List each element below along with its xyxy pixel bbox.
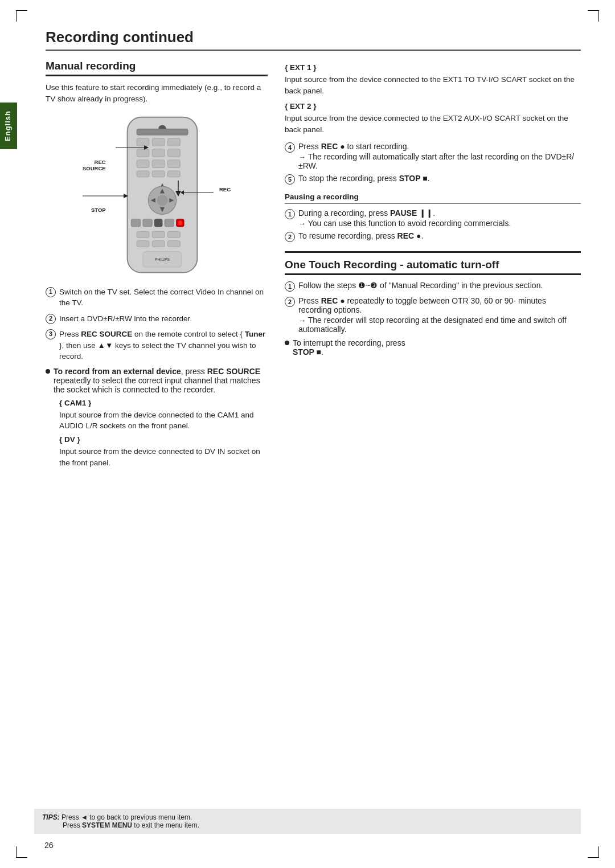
page-number: 26 [44,841,54,850]
rec-source-arrow [116,142,150,153]
svg-rect-32 [168,240,181,247]
step-2: 2 Insert a DVD±R/±RW into the recorder. [46,313,268,325]
col-right: { EXT 1 } Input source from the device c… [285,60,581,472]
steps-list-left: 1 Switch on the TV set. Select the corre… [46,286,268,362]
rec-source-label: RECSOURCE [83,159,106,171]
otr-bullet-dot [285,341,289,345]
svg-rect-8 [137,159,149,167]
pause-step-2-text: To resume recording, press REC ●. [298,231,423,240]
otr-step-2-content: Press REC ● repeatedly to toggle between… [298,296,581,334]
corner-br [588,846,599,858]
otr-step-2-text: Press REC ● repeatedly to toggle between… [298,296,546,314]
otr-step-num-1: 1 [285,281,295,292]
pause-step-1: 1 During a recording, press PAUSE ❙❙. Yo… [285,208,581,228]
svg-rect-12 [152,170,165,177]
cam1-title: { CAM1 } [59,399,268,407]
svg-rect-9 [152,159,165,167]
rec-arrow [181,189,215,197]
ext2-block: { EXT 2 } Input source from the device c… [285,102,581,135]
external-device-item: To record from an external device, press… [46,367,268,394]
dv-title: { DV } [59,435,268,444]
svg-rect-10 [168,159,181,167]
svg-rect-4 [168,138,181,146]
svg-rect-28 [152,231,165,238]
pause-step-num-2: 2 [285,232,295,242]
otr-step-1: 1 Follow the steps ❶~❸ of "Manual Record… [285,281,581,292]
step-1: 1 Switch on the TV set. Select the corre… [46,286,268,309]
svg-rect-6 [152,149,165,157]
intro-text: Use this feature to start recording imme… [46,82,268,105]
svg-rect-24 [165,219,174,227]
manual-recording-title: Manual recording [46,60,268,72]
step-num-4: 4 [285,142,295,153]
corner-tr [588,10,599,22]
ext1-block: { EXT 1 } Input source from the device c… [285,63,581,96]
svg-rect-22 [143,219,152,227]
page-wrapper: English Recording continued Manual recor… [0,0,615,868]
svg-rect-27 [137,231,149,238]
otr-rule [285,273,581,275]
dv-block: { DV } Input source from the device conn… [59,435,268,468]
step-num-2: 2 [46,314,56,324]
step-4-content: Press REC ● to start recording. The reco… [298,142,581,170]
svg-rect-13 [168,170,181,177]
otr-title: One Touch Recording - automatic turn-off [285,259,581,271]
pausing-rule [285,203,581,204]
otr-bullet-text: To interrupt the recording, pressSTOP ■. [293,338,405,357]
tips-bar: TIPS: Press ◄ to go back to previous men… [34,809,581,834]
tips-label: TIPS: [42,813,60,821]
step-text-2: Insert a DVD±R/±RW into the recorder. [59,313,268,325]
otr-step-2: 2 Press REC ● repeatedly to toggle betwe… [285,296,581,334]
remote-container: RECSOURCE STOP [46,113,268,279]
step-text-1: Switch on the TV set. Select the correct… [59,286,268,309]
svg-rect-23 [154,219,162,227]
svg-point-16 [157,195,167,206]
step-num-5: 5 [285,174,295,185]
step-4-text: Press REC ● to start recording. [298,142,409,151]
svg-rect-29 [168,231,181,238]
dv-text: Input source from the device connected t… [59,446,268,468]
tips-line1: Press ◄ to go back to previous menu item… [62,813,192,821]
svg-rect-3 [152,138,165,146]
step-5-item: 5 To stop the recording, press STOP ■. [285,174,581,185]
otr-separator [285,251,581,253]
ext2-text: Input source from the device connected t… [285,113,581,135]
page-title: Recording continued [46,28,581,46]
svg-text:PHILIPS: PHILIPS [155,257,170,261]
col-left: Manual recording Use this feature to sta… [46,60,268,472]
step-text-3: Press REC SOURCE on the remote control t… [59,329,268,362]
svg-rect-21 [131,219,140,227]
pause-step-1-arrow: You can use this function to avoid recor… [298,219,511,228]
svg-rect-7 [168,149,181,157]
stop-arrow [83,192,128,200]
external-device-text: To record from an external device, press… [54,367,268,394]
corner-tl [16,10,27,22]
stop-label: STOP [91,207,106,213]
otr-step-1-text: Follow the steps ❶~❸ of "Manual Recordin… [298,281,543,290]
otr-step-2-arrow: The recorder will stop recording at the … [298,316,581,334]
pause-step-1-content: During a recording, press PAUSE ❙❙. You … [298,208,511,228]
ext1-title: { EXT 1 } [285,63,581,72]
section-rule [46,75,268,76]
step-4-item: 4 Press REC ● to start recording. The re… [285,142,581,170]
step-num-1: 1 [46,287,56,297]
svg-rect-35 [137,129,188,135]
two-col: Manual recording Use this feature to sta… [46,60,581,472]
step-4-arrow: The recording will automatically start a… [298,152,581,170]
ext2-title: { EXT 2 } [285,102,581,110]
step-5-text: To stop the recording, press STOP ■. [298,174,430,183]
ext1-text: Input source from the device connected t… [285,74,581,96]
tips-line2: Press SYSTEM MENU to exit the menu item. [42,821,199,829]
rec-label: REC [219,186,231,193]
svg-marker-37 [144,145,149,150]
bullet-dot-external [46,369,50,374]
svg-rect-30 [137,240,149,247]
otr-bullet: To interrupt the recording, pressSTOP ■. [285,338,581,357]
otr-section: One Touch Recording - automatic turn-off… [285,259,581,357]
pause-step-1-text: During a recording, press PAUSE ❙❙. [298,208,435,218]
cam1-text: Input source from the device connected t… [59,410,268,432]
pausing-title: Pausing a recording [285,193,581,201]
svg-rect-11 [137,170,149,177]
title-rule [46,50,581,51]
step-3: 3 Press REC SOURCE on the remote control… [46,329,268,362]
